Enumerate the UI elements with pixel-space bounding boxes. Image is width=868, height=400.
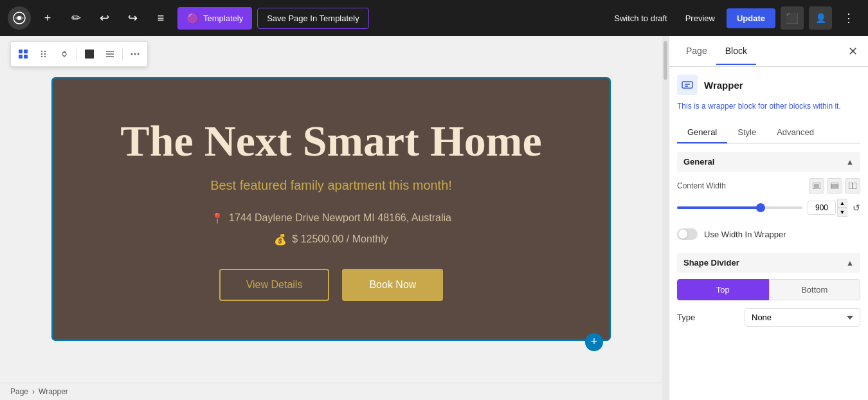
save-page-templately-button[interactable]: Save Page In Templately	[257, 8, 369, 29]
tab-page[interactable]: Page	[677, 38, 716, 65]
top-toolbar: + ✏ ↩ ↪ ≡ 🟣 Templately Save Page In Temp…	[0, 0, 868, 36]
shape-divider-chevron-icon: ▲	[846, 259, 854, 268]
shape-divider-section: Shape Divider ▲ Top Bottom Type None Tri…	[677, 253, 860, 327]
pen-button[interactable]: ✏	[64, 6, 87, 30]
shape-top-tab[interactable]: Top	[677, 279, 769, 300]
content-width-label: Content Width	[677, 178, 860, 194]
svg-point-10	[44, 53, 46, 55]
more-options-button[interactable]: ⋮	[837, 6, 860, 30]
cw-icon-2[interactable]	[827, 178, 842, 194]
more-block-options-button[interactable]	[125, 44, 145, 64]
templately-icon: 🟣	[186, 12, 199, 24]
templately-button[interactable]: 🟣 Templately	[177, 7, 252, 30]
slider-increment-button[interactable]: ▲	[837, 199, 847, 208]
svg-rect-19	[682, 82, 692, 88]
content-width-row: Content Width	[677, 178, 860, 217]
tab-block[interactable]: Block	[716, 38, 756, 65]
drag-handle-button[interactable]	[34, 44, 53, 64]
svg-rect-3	[24, 50, 28, 53]
breadcrumb-page: Page	[10, 387, 28, 396]
toolbar-divider	[77, 48, 77, 60]
slider-track[interactable]	[677, 206, 802, 209]
block-type-button[interactable]	[14, 44, 33, 64]
canvas-scrollbar-thumb	[664, 41, 667, 80]
svg-point-18	[138, 53, 140, 55]
svg-rect-5	[24, 55, 28, 59]
svg-point-9	[44, 51, 46, 52]
content-width-icons	[809, 178, 860, 194]
update-button[interactable]: Update	[727, 8, 775, 28]
sub-heading: Best featured family apartment this mont…	[78, 178, 584, 193]
switch-to-draft-button[interactable]: Switch to draft	[608, 8, 673, 28]
slider-stepper: ▲ ▼	[837, 199, 847, 217]
shape-tabs: Top Bottom	[677, 279, 860, 300]
cw-icon-1[interactable]	[809, 178, 824, 194]
price-row: 💰 $ 12500.00 / Monthly	[78, 233, 584, 246]
price-text: $ 12500.00 / Monthly	[292, 233, 388, 245]
use-width-label: Use Width In Wrapper	[704, 230, 786, 239]
svg-point-16	[131, 53, 133, 55]
main-area: The Next Smart Home Best featured family…	[0, 36, 868, 400]
canvas-scrollbar[interactable]	[662, 36, 669, 400]
content-block: The Next Smart Home Best featured family…	[51, 77, 611, 341]
wp-logo[interactable]	[8, 6, 31, 30]
user-icon-button[interactable]: 👤	[809, 6, 832, 30]
price-icon: 💰	[274, 233, 287, 246]
slider-fill	[677, 206, 759, 209]
shape-bottom-tab[interactable]: Bottom	[769, 279, 861, 300]
slider-thumb[interactable]	[756, 203, 765, 212]
up-down-button[interactable]	[55, 44, 74, 64]
svg-rect-23	[814, 184, 819, 188]
wrapper-description: This is a wrapper block for other blocks…	[677, 100, 860, 112]
book-now-button[interactable]: Book Now	[342, 269, 443, 301]
chevron-up-icon: ▲	[846, 158, 854, 167]
sub-tabs: General Style Advanced	[677, 122, 860, 144]
list-view-button[interactable]: ≡	[149, 6, 172, 30]
sub-tab-general[interactable]: General	[677, 122, 727, 143]
general-section-title: General	[683, 157, 714, 167]
location-icon: 📍	[211, 212, 224, 224]
block-square-button[interactable]	[80, 44, 99, 64]
undo-button[interactable]: ↩	[93, 6, 116, 30]
svg-point-6	[41, 51, 42, 52]
block-toolbar	[10, 41, 148, 67]
right-panel: Page Block ✕ Wrapper This is a wrapper b…	[669, 36, 868, 400]
breadcrumb-wrapper: Wrapper	[39, 387, 68, 396]
button-row: View Details Book Now	[78, 269, 584, 301]
wrapper-title: Wrapper	[704, 80, 743, 91]
panel-content: Wrapper This is a wrapper block for othe…	[669, 67, 868, 400]
wrapper-icon	[677, 75, 698, 95]
use-width-toggle[interactable]	[677, 228, 698, 240]
svg-point-1	[17, 16, 21, 20]
use-width-toggle-row: Use Width In Wrapper	[677, 226, 860, 242]
redo-button[interactable]: ↪	[121, 6, 144, 30]
breadcrumb: Page › Wrapper	[0, 383, 662, 400]
svg-point-11	[44, 56, 46, 57]
type-label: Type	[677, 313, 695, 322]
align-button[interactable]	[100, 44, 120, 64]
sidebar-toggle-button[interactable]: ⬛	[781, 6, 804, 30]
panel-close-button[interactable]: ✕	[845, 42, 860, 61]
toggle-knob	[678, 230, 687, 239]
slider-value-input[interactable]	[808, 201, 836, 215]
cw-icon-3[interactable]	[845, 178, 860, 194]
view-details-button[interactable]: View Details	[219, 269, 330, 301]
general-section-header[interactable]: General ▲	[677, 152, 860, 172]
breadcrumb-separator: ›	[32, 387, 35, 396]
main-heading: The Next Smart Home	[78, 117, 584, 165]
reset-button[interactable]: ↺	[853, 203, 860, 213]
add-block-button[interactable]: +	[36, 6, 59, 30]
slider-decrement-button[interactable]: ▼	[837, 208, 847, 217]
svg-rect-4	[19, 55, 23, 59]
svg-point-8	[41, 56, 42, 57]
shape-divider-header[interactable]: Shape Divider ▲	[677, 253, 860, 273]
preview-button[interactable]: Preview	[679, 8, 721, 28]
wrapper-header: Wrapper	[677, 75, 860, 95]
slider-row: ▲ ▼ ↺	[677, 199, 860, 217]
sub-tab-style[interactable]: Style	[727, 122, 766, 143]
slider-value-box: ▲ ▼	[808, 199, 847, 217]
type-select[interactable]: None Triangle Curve Wave Arrow	[745, 308, 860, 327]
add-block-button[interactable]: +	[585, 333, 603, 351]
location-row: 📍 1744 Daylene Drive Newport MI 48166, A…	[78, 212, 584, 224]
sub-tab-advanced[interactable]: Advanced	[766, 122, 824, 143]
